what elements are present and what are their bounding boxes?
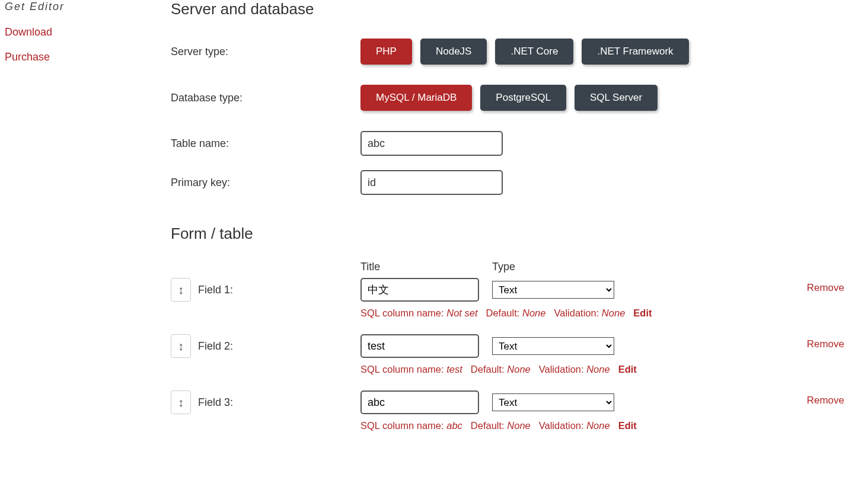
validation-meta: Validation: None <box>554 308 625 319</box>
form-table-heading: Form / table <box>171 225 868 243</box>
database-type-mysql-button[interactable]: MySQL / MariaDB <box>360 85 472 111</box>
title-header: Title <box>360 261 492 273</box>
server-type-netcore-button[interactable]: .NET Core <box>495 39 573 65</box>
edit-button[interactable]: Edit <box>633 308 652 319</box>
field-label: Field 3: <box>198 396 233 409</box>
field-type-select[interactable]: Text <box>492 393 614 411</box>
field-label: Field 1: <box>198 284 233 296</box>
sidebar-get-editor[interactable]: Get Editor <box>5 0 171 14</box>
sql-column-meta: SQL column name: test <box>360 364 462 375</box>
field-label: Field 2: <box>198 340 233 353</box>
server-type-row: Server type: PHP NodeJS .NET Core .NET F… <box>171 39 868 65</box>
database-type-sqlserver-button[interactable]: SQL Server <box>575 85 658 111</box>
server-type-php-button[interactable]: PHP <box>360 39 412 65</box>
default-meta: Default: None <box>471 364 531 375</box>
field-type-select[interactable]: Text <box>492 337 614 355</box>
sidebar: Get Editor Download Purchase <box>0 0 171 447</box>
default-meta: Default: None <box>486 308 546 319</box>
sql-column-meta: SQL column name: Not set <box>360 308 478 319</box>
server-type-label: Server type: <box>171 46 360 58</box>
database-type-postgres-button[interactable]: PostgreSQL <box>480 85 566 111</box>
edit-button[interactable]: Edit <box>618 420 637 431</box>
sidebar-purchase[interactable]: Purchase <box>5 50 171 64</box>
field-title-input[interactable] <box>360 278 479 302</box>
field-row: ↕ Field 3: Text SQL column name: abc <box>171 390 868 431</box>
field-type-select[interactable]: Text <box>492 281 614 299</box>
server-db-heading: Server and database <box>171 0 868 18</box>
edit-button[interactable]: Edit <box>618 364 637 375</box>
drag-handle-icon[interactable]: ↕ <box>171 334 191 358</box>
sidebar-download[interactable]: Download <box>5 25 171 39</box>
server-type-nodejs-button[interactable]: NodeJS <box>420 39 487 65</box>
server-type-netframework-button[interactable]: .NET Framework <box>582 39 688 65</box>
type-header: Type <box>492 261 515 273</box>
field-row: ↕ Field 1: Text SQL column name: Not set <box>171 278 868 319</box>
remove-button[interactable]: Remove <box>807 282 844 293</box>
primary-key-label: Primary key: <box>171 177 360 189</box>
sql-column-meta: SQL column name: abc <box>360 420 462 431</box>
remove-button[interactable]: Remove <box>807 395 844 406</box>
field-title-input[interactable] <box>360 390 479 414</box>
database-type-label: Database type: <box>171 92 360 104</box>
table-name-input[interactable] <box>360 131 503 156</box>
field-headers: Title Type <box>171 261 868 273</box>
primary-key-input[interactable] <box>360 170 503 195</box>
field-title-input[interactable] <box>360 334 479 358</box>
field-row: ↕ Field 2: Text SQL column name: test <box>171 334 868 375</box>
main-content: Server and database Server type: PHP Nod… <box>171 0 868 447</box>
table-name-label: Table name: <box>171 137 360 150</box>
drag-handle-icon[interactable]: ↕ <box>171 390 191 414</box>
primary-key-row: Primary key: <box>171 170 868 195</box>
table-name-row: Table name: <box>171 131 868 156</box>
remove-button[interactable]: Remove <box>807 338 844 350</box>
validation-meta: Validation: None <box>539 364 610 375</box>
default-meta: Default: None <box>471 420 531 431</box>
drag-handle-icon[interactable]: ↕ <box>171 278 191 302</box>
database-type-row: Database type: MySQL / MariaDB PostgreSQ… <box>171 85 868 111</box>
validation-meta: Validation: None <box>539 420 610 431</box>
